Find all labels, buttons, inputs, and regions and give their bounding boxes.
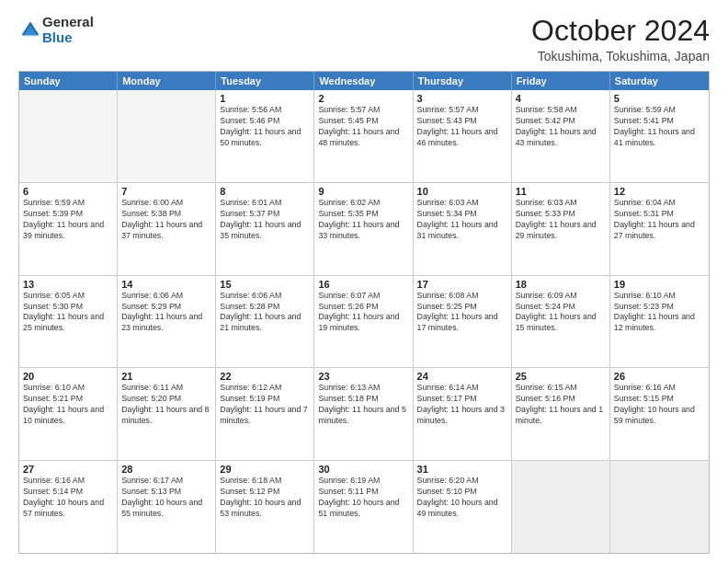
header-day-friday: Friday [512, 72, 610, 90]
header: General Blue October 2024 Tokushima, Tok… [18, 15, 710, 63]
day-info: Sunrise: 5:59 AMSunset: 5:39 PMDaylight:… [23, 198, 113, 242]
day-number: 31 [417, 464, 507, 475]
cal-cell: 24Sunrise: 6:14 AMSunset: 5:17 PMDayligh… [414, 368, 512, 460]
day-info: Sunrise: 6:04 AMSunset: 5:31 PMDaylight:… [614, 198, 705, 242]
day-number: 5 [614, 93, 705, 104]
cal-cell: 6Sunrise: 5:59 AMSunset: 5:39 PMDaylight… [19, 183, 118, 275]
day-number: 10 [417, 186, 507, 197]
cal-cell: 28Sunrise: 6:17 AMSunset: 5:13 PMDayligh… [118, 461, 216, 553]
day-info: Sunrise: 5:58 AMSunset: 5:42 PMDaylight:… [516, 105, 606, 149]
day-number: 12 [614, 186, 705, 197]
day-number: 8 [220, 186, 310, 197]
cal-cell: 4Sunrise: 5:58 AMSunset: 5:42 PMDaylight… [512, 90, 610, 182]
cal-cell: 26Sunrise: 6:16 AMSunset: 5:15 PMDayligh… [610, 368, 709, 460]
week-row-1: 6Sunrise: 5:59 AMSunset: 5:39 PMDaylight… [19, 182, 709, 275]
day-number: 4 [516, 93, 606, 104]
day-info: Sunrise: 5:57 AMSunset: 5:43 PMDaylight:… [417, 105, 507, 149]
cal-cell: 27Sunrise: 6:16 AMSunset: 5:14 PMDayligh… [19, 461, 118, 553]
day-number: 21 [121, 371, 211, 382]
day-number: 9 [318, 186, 408, 197]
cal-cell: 18Sunrise: 6:09 AMSunset: 5:24 PMDayligh… [512, 276, 610, 368]
title-block: October 2024 Tokushima, Tokushima, Japan [531, 15, 710, 63]
header-day-sunday: Sunday [19, 72, 118, 90]
logo-text: General Blue [42, 15, 94, 45]
day-number: 26 [614, 371, 705, 382]
day-info: Sunrise: 6:05 AMSunset: 5:30 PMDaylight:… [23, 291, 113, 335]
day-number: 18 [516, 279, 606, 290]
cal-cell: 15Sunrise: 6:06 AMSunset: 5:28 PMDayligh… [216, 276, 314, 368]
cal-cell: 8Sunrise: 6:01 AMSunset: 5:37 PMDaylight… [216, 183, 314, 275]
day-info: Sunrise: 6:13 AMSunset: 5:18 PMDaylight:… [318, 383, 408, 427]
location: Tokushima, Tokushima, Japan [531, 49, 710, 63]
day-info: Sunrise: 6:03 AMSunset: 5:34 PMDaylight:… [417, 198, 507, 242]
day-number: 16 [318, 279, 408, 290]
header-day-monday: Monday [118, 72, 216, 90]
day-info: Sunrise: 6:09 AMSunset: 5:24 PMDaylight:… [516, 291, 606, 335]
week-row-2: 13Sunrise: 6:05 AMSunset: 5:30 PMDayligh… [19, 275, 709, 368]
day-info: Sunrise: 6:10 AMSunset: 5:23 PMDaylight:… [614, 291, 705, 335]
day-number: 24 [417, 371, 507, 382]
day-info: Sunrise: 6:08 AMSunset: 5:25 PMDaylight:… [417, 291, 507, 335]
cal-cell: 2Sunrise: 5:57 AMSunset: 5:45 PMDaylight… [314, 90, 413, 182]
day-info: Sunrise: 6:03 AMSunset: 5:33 PMDaylight:… [516, 198, 606, 242]
day-number: 27 [23, 464, 113, 475]
day-number: 20 [23, 371, 113, 382]
header-day-saturday: Saturday [610, 72, 709, 90]
cal-cell [19, 90, 118, 182]
day-info: Sunrise: 6:02 AMSunset: 5:35 PMDaylight:… [318, 198, 408, 242]
cal-cell: 29Sunrise: 6:18 AMSunset: 5:12 PMDayligh… [216, 461, 314, 553]
day-number: 3 [417, 93, 507, 104]
day-info: Sunrise: 6:01 AMSunset: 5:37 PMDaylight:… [220, 198, 310, 242]
week-row-0: 1Sunrise: 5:56 AMSunset: 5:46 PMDaylight… [19, 90, 709, 182]
header-day-tuesday: Tuesday [216, 72, 314, 90]
logo-icon [20, 20, 40, 40]
cal-cell: 5Sunrise: 5:59 AMSunset: 5:41 PMDaylight… [610, 90, 709, 182]
day-info: Sunrise: 6:18 AMSunset: 5:12 PMDaylight:… [220, 476, 310, 520]
day-info: Sunrise: 6:11 AMSunset: 5:20 PMDaylight:… [121, 383, 211, 427]
day-info: Sunrise: 6:10 AMSunset: 5:21 PMDaylight:… [23, 383, 113, 427]
calendar-header: SundayMondayTuesdayWednesdayThursdayFrid… [19, 72, 709, 90]
day-number: 30 [318, 464, 408, 475]
day-number: 25 [516, 371, 606, 382]
day-info: Sunrise: 5:57 AMSunset: 5:45 PMDaylight:… [318, 105, 408, 149]
day-number: 7 [121, 186, 211, 197]
logo-general-text: General [42, 15, 94, 30]
cal-cell: 19Sunrise: 6:10 AMSunset: 5:23 PMDayligh… [610, 276, 709, 368]
cal-cell: 10Sunrise: 6:03 AMSunset: 5:34 PMDayligh… [414, 183, 512, 275]
day-info: Sunrise: 5:59 AMSunset: 5:41 PMDaylight:… [614, 105, 705, 149]
day-info: Sunrise: 6:20 AMSunset: 5:10 PMDaylight:… [417, 476, 507, 520]
cal-cell [512, 461, 610, 553]
day-info: Sunrise: 6:07 AMSunset: 5:26 PMDaylight:… [318, 291, 408, 335]
cal-cell: 30Sunrise: 6:19 AMSunset: 5:11 PMDayligh… [314, 461, 413, 553]
cal-cell: 17Sunrise: 6:08 AMSunset: 5:25 PMDayligh… [414, 276, 512, 368]
cal-cell: 21Sunrise: 6:11 AMSunset: 5:20 PMDayligh… [118, 368, 216, 460]
week-row-4: 27Sunrise: 6:16 AMSunset: 5:14 PMDayligh… [19, 460, 709, 553]
header-day-wednesday: Wednesday [314, 72, 413, 90]
page: General Blue October 2024 Tokushima, Tok… [0, 0, 728, 563]
cal-cell: 20Sunrise: 6:10 AMSunset: 5:21 PMDayligh… [19, 368, 118, 460]
day-info: Sunrise: 6:19 AMSunset: 5:11 PMDaylight:… [318, 476, 408, 520]
day-info: Sunrise: 6:06 AMSunset: 5:28 PMDaylight:… [220, 291, 310, 335]
day-number: 29 [220, 464, 310, 475]
day-number: 2 [318, 93, 408, 104]
cal-cell: 13Sunrise: 6:05 AMSunset: 5:30 PMDayligh… [19, 276, 118, 368]
day-number: 14 [121, 279, 211, 290]
day-info: Sunrise: 6:17 AMSunset: 5:13 PMDaylight:… [121, 476, 211, 520]
cal-cell: 7Sunrise: 6:00 AMSunset: 5:38 PMDaylight… [118, 183, 216, 275]
cal-cell: 1Sunrise: 5:56 AMSunset: 5:46 PMDaylight… [216, 90, 314, 182]
logo-blue-text: Blue [42, 30, 94, 46]
day-number: 17 [417, 279, 507, 290]
month-title: October 2024 [531, 15, 710, 47]
cal-cell: 3Sunrise: 5:57 AMSunset: 5:43 PMDaylight… [414, 90, 512, 182]
cal-cell [610, 461, 709, 553]
header-day-thursday: Thursday [414, 72, 512, 90]
day-info: Sunrise: 6:06 AMSunset: 5:29 PMDaylight:… [121, 291, 211, 335]
day-info: Sunrise: 6:15 AMSunset: 5:16 PMDaylight:… [516, 383, 606, 427]
day-number: 6 [23, 186, 113, 197]
cal-cell: 25Sunrise: 6:15 AMSunset: 5:16 PMDayligh… [512, 368, 610, 460]
cal-cell: 14Sunrise: 6:06 AMSunset: 5:29 PMDayligh… [118, 276, 216, 368]
day-number: 11 [516, 186, 606, 197]
cal-cell: 9Sunrise: 6:02 AMSunset: 5:35 PMDaylight… [314, 183, 413, 275]
day-number: 28 [121, 464, 211, 475]
day-number: 19 [614, 279, 705, 290]
